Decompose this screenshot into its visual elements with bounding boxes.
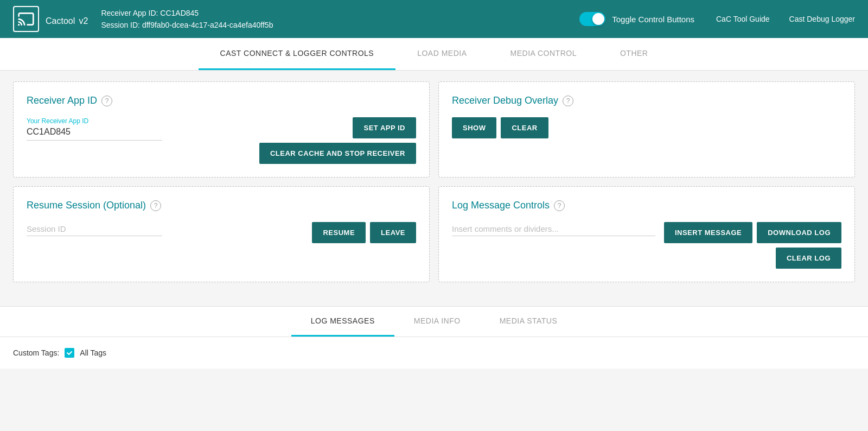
tab-other[interactable]: OTHER (598, 38, 670, 70)
receiver-app-id-card: Receiver App ID ? Your Receiver App ID C… (13, 81, 430, 178)
receiver-app-id-title: Receiver App ID ? (27, 95, 416, 106)
receiver-debug-card: Receiver Debug Overlay ? SHOW CLEAR (438, 81, 855, 178)
bottom-section: LOG MESSAGES MEDIA INFO MEDIA STATUS Cus… (0, 306, 868, 369)
tab-media-control[interactable]: MEDIA CONTROL (489, 38, 598, 70)
logo-section: Cactool v2 (13, 6, 88, 32)
insert-message-button[interactable]: INSERT MESSAGE (664, 222, 752, 243)
receiver-app-id-buttons: SET APP ID CLEAR CACHE AND STOP RECEIVER (259, 117, 416, 164)
receiver-debug-title: Receiver Debug Overlay ? (452, 95, 841, 106)
log-controls-title: Log Message Controls ? (452, 200, 841, 211)
all-tags-checkbox[interactable] (65, 348, 74, 358)
resume-session-input-section (27, 222, 312, 236)
custom-tags-row: Custom Tags: All Tags (0, 337, 868, 369)
receiver-app-id-info: Receiver App ID: CC1AD845 (101, 7, 579, 19)
custom-tags-label: Custom Tags: (13, 348, 59, 357)
receiver-app-id-input-section: Your Receiver App ID CC1AD845 (27, 117, 259, 149)
tab-load-media[interactable]: LOAD MEDIA (395, 38, 488, 70)
top-tabs-container: CAST CONNECT & LOGGER CONTROLS LOAD MEDI… (0, 38, 868, 71)
app-header: Cactool v2 Receiver App ID: CC1AD845 Ses… (0, 0, 868, 38)
resume-session-title: Resume Session (Optional) ? (27, 200, 416, 211)
resume-button[interactable]: RESUME (312, 222, 366, 243)
clear-cache-stop-button[interactable]: CLEAR CACHE AND STOP RECEIVER (259, 143, 416, 164)
all-tags-label: All Tags (80, 348, 106, 357)
log-comment-input[interactable] (452, 222, 655, 236)
resume-session-buttons: RESUME LEAVE (312, 222, 416, 243)
leave-button[interactable]: LEAVE (370, 222, 416, 243)
receiver-app-id-value[interactable]: CC1AD845 (27, 127, 162, 141)
session-id-info: Session ID: dff9fab0-dcea-4c17-a244-ca4e… (101, 19, 579, 31)
bottom-tabs: LOG MESSAGES MEDIA INFO MEDIA STATUS (0, 307, 868, 337)
session-id-input[interactable] (27, 222, 162, 236)
receiver-debug-buttons: SHOW CLEAR (452, 117, 841, 138)
show-debug-button[interactable]: SHOW (452, 117, 496, 138)
app-name: Cactool v2 (46, 11, 88, 28)
bottom-tab-log-messages[interactable]: LOG MESSAGES (291, 307, 394, 337)
cards-grid: Receiver App ID ? Your Receiver App ID C… (13, 81, 855, 282)
log-buttons: INSERT MESSAGE DOWNLOAD LOG CLEAR LOG (664, 222, 841, 269)
download-log-button[interactable]: DOWNLOAD LOG (757, 222, 841, 243)
toggle-section: Toggle Control Buttons (579, 12, 694, 26)
resume-session-card: Resume Session (Optional) ? RESUME LEAVE (13, 186, 430, 282)
bottom-tab-media-status[interactable]: MEDIA STATUS (480, 307, 577, 337)
resume-session-help-icon[interactable]: ? (150, 200, 161, 211)
resume-session-body: RESUME LEAVE (27, 222, 416, 243)
clear-debug-button[interactable]: CLEAR (501, 117, 548, 138)
receiver-app-id-input-label: Your Receiver App ID (27, 117, 259, 125)
set-app-id-button[interactable]: SET APP ID (353, 117, 416, 138)
tab-cast-connect[interactable]: CAST CONNECT & LOGGER CONTROLS (199, 38, 396, 70)
cast-icon (13, 6, 39, 32)
header-links: CaC Tool Guide Cast Debug Logger (716, 15, 855, 23)
cast-debug-logger-link[interactable]: Cast Debug Logger (789, 15, 855, 23)
top-tabs: CAST CONNECT & LOGGER CONTROLS LOAD MEDI… (0, 38, 868, 70)
receiver-debug-help-icon[interactable]: ? (563, 96, 573, 106)
clear-log-button[interactable]: CLEAR LOG (776, 248, 841, 269)
toggle-thumb (592, 13, 604, 25)
bottom-tab-media-info[interactable]: MEDIA INFO (394, 307, 480, 337)
log-top-row: INSERT MESSAGE DOWNLOAD LOG (664, 222, 841, 243)
receiver-app-id-help-icon[interactable]: ? (101, 96, 112, 106)
main-content: Receiver App ID ? Your Receiver App ID C… (0, 71, 868, 302)
header-info: Receiver App ID: CC1AD845 Session ID: df… (101, 7, 579, 31)
log-message-controls-card: Log Message Controls ? INSERT MESSAGE DO… (438, 186, 855, 282)
log-controls-help-icon[interactable]: ? (554, 200, 565, 211)
toggle-control-buttons[interactable] (579, 12, 605, 26)
cac-tool-guide-link[interactable]: CaC Tool Guide (716, 15, 770, 23)
receiver-app-id-body: Your Receiver App ID CC1AD845 SET APP ID… (27, 117, 416, 164)
toggle-label: Toggle Control Buttons (612, 15, 694, 24)
log-controls-body: INSERT MESSAGE DOWNLOAD LOG CLEAR LOG (452, 222, 841, 269)
